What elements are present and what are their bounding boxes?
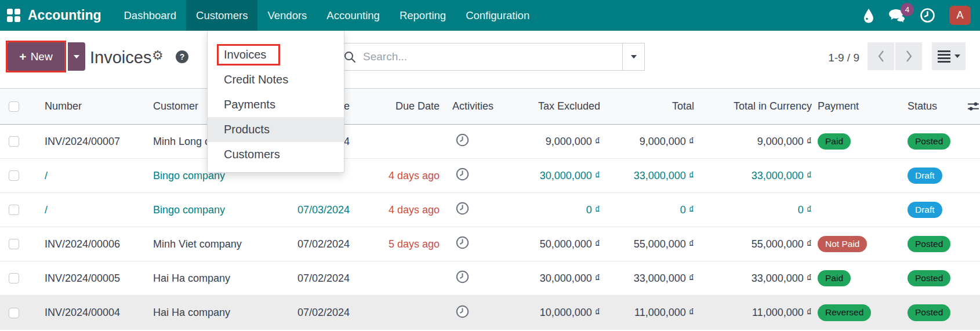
table-row[interactable]: INV/2024/00007 Minh Long company 07/03/2… xyxy=(0,125,980,159)
nav-item-accounting[interactable]: Accounting xyxy=(317,0,390,31)
cell-customer: Hai Ha company xyxy=(140,307,249,319)
status-badge: Posted xyxy=(908,304,950,321)
search-icon xyxy=(344,51,356,63)
row-checkbox[interactable] xyxy=(9,273,19,283)
header-total-in-currency[interactable]: Total in Currency xyxy=(696,100,814,112)
activity-clock-icon[interactable] xyxy=(456,133,469,147)
table-row[interactable]: INV/2024/00004 Hai Ha company 07/02/2024… xyxy=(0,296,980,330)
table-row[interactable]: / Bingo company 4 days ago 30,000,000 ₫ … xyxy=(0,159,980,193)
status-badge: Draft xyxy=(908,202,942,219)
row-checkbox[interactable] xyxy=(9,239,19,249)
nav-item-vendors[interactable]: Vendors xyxy=(257,0,317,31)
control-panel: + New Invoices ⚙ ? Search... 1-9 / 9 xyxy=(0,31,980,88)
gear-icon[interactable]: ⚙ xyxy=(152,49,164,62)
nav-item-reporting[interactable]: Reporting xyxy=(390,0,456,31)
chevron-left-icon xyxy=(877,50,885,63)
row-checkbox[interactable] xyxy=(9,205,19,215)
list-view-toggle-button[interactable] xyxy=(932,42,966,70)
cell-total-in-currency: 33,000,000 ₫ xyxy=(696,272,814,285)
table-row[interactable]: INV/2024/00005 Hai Ha company 07/02/2024… xyxy=(0,261,980,296)
cell-tax-excluded: 30,000,000 ₫ xyxy=(510,170,602,182)
menu-item-credit-notes[interactable]: Credit Notes xyxy=(208,67,344,92)
menu-item-payments[interactable]: Payments xyxy=(208,92,344,117)
search-input[interactable]: Search... xyxy=(363,50,622,63)
cell-customer: Minh Viet company xyxy=(140,238,249,250)
chat-badge: 4 xyxy=(901,3,914,16)
menu-item-customers[interactable]: Customers xyxy=(208,142,344,167)
cell-number: / xyxy=(32,204,140,216)
pager-next-button[interactable] xyxy=(895,42,922,70)
activity-clock-icon[interactable] xyxy=(456,305,469,318)
activity-clock-icon[interactable] xyxy=(920,8,935,23)
app-name[interactable]: Accounting xyxy=(28,0,101,31)
payment-badge: Paid xyxy=(818,133,851,150)
nav-item-dashboard[interactable]: Dashboard xyxy=(114,0,187,31)
droplet-icon[interactable] xyxy=(863,8,874,23)
cell-total-in-currency: 9,000,000 ₫ xyxy=(696,136,814,148)
activity-clock-icon[interactable] xyxy=(456,236,469,249)
header-status[interactable]: Status xyxy=(905,100,960,112)
cell-number: INV/2024/00006 xyxy=(32,238,140,250)
cell-tax-excluded: 0 ₫ xyxy=(510,204,602,216)
nav-item-customers[interactable]: Customers xyxy=(186,0,257,31)
menu-item-products[interactable]: Products xyxy=(208,117,344,142)
header-due-date[interactable]: Due Date xyxy=(352,100,442,112)
pager-range[interactable]: 1-9 / 9 xyxy=(828,52,859,64)
row-checkbox[interactable] xyxy=(9,136,19,147)
activity-clock-icon[interactable] xyxy=(456,202,469,215)
row-checkbox[interactable] xyxy=(9,170,19,181)
new-button-highlight: + New xyxy=(6,41,66,72)
top-navbar: Accounting Dashboard Customers Vendors A… xyxy=(0,0,980,31)
adjust-columns-icon[interactable] xyxy=(960,101,980,112)
header-number[interactable]: Number xyxy=(32,100,140,112)
cell-total: 9,000,000 ₫ xyxy=(602,136,696,148)
status-badge: Posted xyxy=(908,133,950,150)
customers-dropdown-menu: Invoices Credit Notes Payments Products … xyxy=(207,31,344,173)
activity-clock-icon[interactable] xyxy=(456,270,469,283)
cell-tax-excluded: 50,000,000 ₫ xyxy=(510,238,602,250)
cell-tax-excluded: 10,000,000 ₫ xyxy=(510,307,602,319)
status-badge: Posted xyxy=(908,236,950,253)
header-total[interactable]: Total xyxy=(602,100,696,112)
activity-clock-icon[interactable] xyxy=(456,168,469,181)
help-icon[interactable]: ? xyxy=(176,50,188,63)
invoices-list: Number Customer Invoice Date Due Date Ac… xyxy=(0,88,980,330)
cell-invoice-date: 07/02/2024 xyxy=(249,238,352,250)
apps-grid-icon[interactable] xyxy=(0,0,27,31)
page-title: Invoices xyxy=(90,48,151,67)
table-header-row: Number Customer Invoice Date Due Date Ac… xyxy=(0,88,980,125)
table-row[interactable]: / Bingo company 07/03/2024 4 days ago 0 … xyxy=(0,193,980,227)
payment-badge: Paid xyxy=(818,270,851,287)
pager-previous-button[interactable] xyxy=(868,42,894,70)
cell-total: 55,000,000 ₫ xyxy=(602,238,696,250)
new-button-label: New xyxy=(31,50,53,63)
select-all-checkbox[interactable] xyxy=(9,101,19,112)
cell-due-date: 4 days ago xyxy=(352,204,442,216)
search-dropdown-toggle[interactable] xyxy=(623,43,644,70)
list-view-icon xyxy=(938,50,950,63)
cell-total: 11,000,000 ₫ xyxy=(602,307,696,319)
row-checkbox[interactable] xyxy=(9,308,19,318)
header-checkbox-cell xyxy=(0,101,32,112)
cell-invoice-date: 07/02/2024 xyxy=(249,272,352,285)
new-button-dropdown-toggle[interactable] xyxy=(68,42,85,71)
cell-tax-excluded: 9,000,000 ₫ xyxy=(510,136,602,148)
nav-item-configuration[interactable]: Configuration xyxy=(456,0,539,31)
chevron-down-icon xyxy=(631,55,637,59)
chevron-down-icon xyxy=(74,55,79,59)
header-activities[interactable]: Activities xyxy=(442,100,510,112)
cell-invoice-date: 07/02/2024 xyxy=(249,307,352,319)
cell-tax-excluded: 30,000,000 ₫ xyxy=(510,272,602,285)
navbar-left: Accounting Dashboard Customers Vendors A… xyxy=(0,0,539,31)
odoo-accounting-window: Accounting Dashboard Customers Vendors A… xyxy=(0,0,980,331)
header-tax-excluded[interactable]: Tax Excluded xyxy=(510,100,602,112)
new-button[interactable]: + New xyxy=(8,42,64,71)
user-avatar[interactable]: A xyxy=(949,6,971,25)
menu-item-invoices[interactable]: Invoices xyxy=(208,42,344,67)
table-row[interactable]: INV/2024/00006 Minh Viet company 07/02/2… xyxy=(0,227,980,261)
payment-badge: Reversed xyxy=(818,304,871,321)
header-payment[interactable]: Payment xyxy=(814,100,905,112)
search-bar[interactable]: Search... xyxy=(335,43,645,71)
navbar-menu: Dashboard Customers Vendors Accounting R… xyxy=(114,0,540,31)
chat-icon[interactable]: 4 xyxy=(888,8,906,23)
